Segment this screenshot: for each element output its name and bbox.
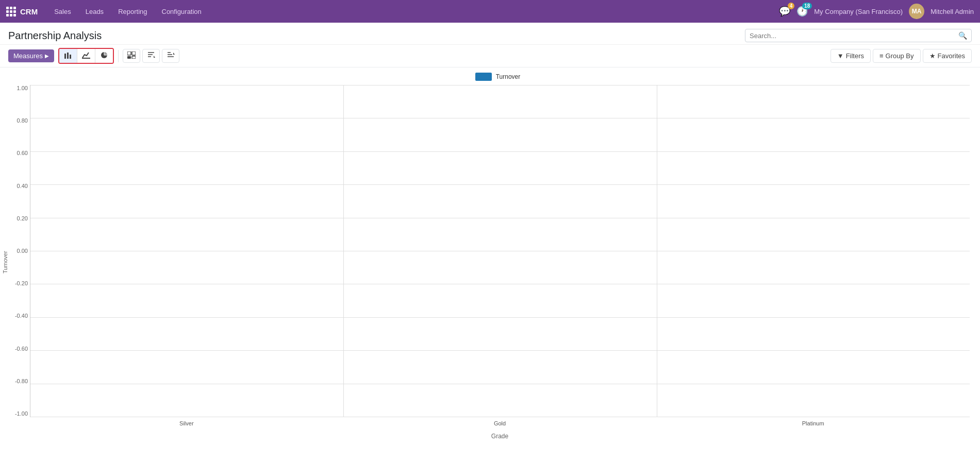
grid-line-7 xyxy=(30,317,970,318)
brand-name: CRM xyxy=(20,7,38,16)
chart-area: Turnover Turnover 1.00 0.80 0.60 0.40 0.… xyxy=(0,67,980,458)
groupby-button[interactable]: ≡ Group By xyxy=(873,49,921,63)
x-tick-gold: Gold xyxy=(343,417,657,438)
svg-rect-1 xyxy=(67,53,69,59)
pivot-icon xyxy=(127,52,136,60)
notify-badge: 18 xyxy=(802,3,812,9)
app-brand[interactable]: CRM xyxy=(6,7,38,16)
x-tick-platinum: Platinum xyxy=(656,417,970,438)
y-tick-8: -0.60 xyxy=(7,346,28,352)
v-divider-2 xyxy=(657,85,657,417)
sort-asc-button[interactable] xyxy=(142,49,160,63)
page-title: Partnership Analysis xyxy=(8,30,102,42)
chart-legend: Turnover xyxy=(0,73,970,81)
navbar-right: 💬 4 🕐 18 My Company (San Francisco) MA M… xyxy=(779,4,974,19)
svg-rect-7 xyxy=(127,52,131,55)
line-chart-button[interactable] xyxy=(77,49,95,63)
grid-line-4 xyxy=(30,218,970,218)
grid-lines xyxy=(30,85,970,417)
svg-rect-10 xyxy=(132,56,136,59)
svg-rect-9 xyxy=(127,56,131,59)
nav-leads[interactable]: Leads xyxy=(79,5,110,19)
sort-desc-icon xyxy=(167,52,175,60)
measures-label: Measures xyxy=(13,52,43,60)
chart-plot: 1.00 0.80 0.60 0.40 0.20 0.00 -0.20 -0.4… xyxy=(30,85,970,417)
nav-reporting[interactable]: Reporting xyxy=(112,5,153,19)
toolbar-separator-1 xyxy=(118,50,119,62)
chart-inner: 1.00 0.80 0.60 0.40 0.20 0.00 -0.20 -0.4… xyxy=(9,85,970,440)
x-axis: Silver Gold Platinum xyxy=(30,417,970,438)
star-icon: ★ xyxy=(929,52,936,60)
y-tick-4: 0.20 xyxy=(7,215,28,221)
sort-asc-icon xyxy=(147,52,155,60)
svg-rect-0 xyxy=(64,54,66,59)
favorites-label: Favorites xyxy=(938,52,965,60)
user-avatar[interactable]: MA xyxy=(909,4,924,19)
nav-configuration[interactable]: Configuration xyxy=(156,5,208,19)
toolbar: Measures ▶ xyxy=(0,45,980,67)
navbar: CRM Sales Leads Reporting Configuration … xyxy=(0,0,980,23)
page-header: Partnership Analysis 🔍 xyxy=(0,23,980,45)
y-tick-2: 0.60 xyxy=(7,150,28,156)
x-tick-silver: Silver xyxy=(30,417,343,438)
nav-sales[interactable]: Sales xyxy=(48,5,77,19)
v-divider-1 xyxy=(343,85,344,417)
chat-badge: 4 xyxy=(788,3,795,9)
legend-label: Turnover xyxy=(496,73,521,80)
search-bar[interactable]: 🔍 xyxy=(745,29,972,42)
chart-wrapper: Turnover 1.00 0.80 0.60 0.40 0.20 0.00 -… xyxy=(0,85,970,440)
grid-line-6 xyxy=(30,284,970,284)
chat-icon-btn[interactable]: 💬 4 xyxy=(779,6,790,17)
y-tick-10: -1.00 xyxy=(7,410,28,417)
line-chart-icon xyxy=(82,52,90,60)
svg-rect-2 xyxy=(70,55,71,59)
filters-label: Filters xyxy=(846,52,864,60)
main-nav: Sales Leads Reporting Configuration xyxy=(48,5,775,19)
favorites-button[interactable]: ★ Favorites xyxy=(923,49,972,63)
filter-icon: ▼ xyxy=(837,52,844,60)
grid-line-3 xyxy=(30,184,970,185)
svg-rect-8 xyxy=(132,52,136,55)
company-name[interactable]: My Company (San Francisco) xyxy=(814,8,903,15)
svg-rect-3 xyxy=(82,58,90,59)
bar-chart-button[interactable] xyxy=(59,49,77,63)
y-tick-1: 0.80 xyxy=(7,117,28,124)
groupby-label: Group By xyxy=(886,52,914,60)
notify-icon-btn[interactable]: 🕐 18 xyxy=(796,6,808,17)
filters-button[interactable]: ▼ Filters xyxy=(830,49,871,63)
grid-line-8 xyxy=(30,350,970,351)
filter-group: ▼ Filters ≡ Group By ★ Favorites xyxy=(830,49,972,63)
pie-chart-icon xyxy=(100,52,108,60)
groupby-icon: ≡ xyxy=(879,52,884,60)
y-tick-0: 1.00 xyxy=(7,85,28,91)
grid-line-9 xyxy=(30,384,970,384)
y-tick-7: -0.40 xyxy=(7,313,28,319)
grid-line-2 xyxy=(30,151,970,152)
chart-type-group xyxy=(58,48,114,64)
user-name[interactable]: Mitchell Admin xyxy=(931,8,974,15)
sort-desc-button[interactable] xyxy=(162,49,179,63)
avatar-initials: MA xyxy=(912,8,922,15)
pivot-button[interactable] xyxy=(123,49,140,63)
y-tick-5: 0.00 xyxy=(7,248,28,254)
measures-button[interactable]: Measures ▶ xyxy=(8,49,54,62)
y-tick-6: -0.20 xyxy=(7,280,28,286)
bar-chart-icon xyxy=(64,52,72,60)
legend-color-swatch xyxy=(475,73,492,81)
app-grid-icon[interactable] xyxy=(6,7,16,16)
y-tick-9: -0.80 xyxy=(7,378,28,384)
y-tick-3: 0.40 xyxy=(7,183,28,189)
grid-line-1 xyxy=(30,118,970,118)
grid-line-5 xyxy=(30,251,970,251)
pie-chart-button[interactable] xyxy=(95,49,113,63)
measures-arrow-icon: ▶ xyxy=(45,53,49,59)
search-icon[interactable]: 🔍 xyxy=(958,31,967,40)
grid-line-0 xyxy=(30,85,970,85)
search-input[interactable] xyxy=(750,32,958,40)
y-ticks: 1.00 0.80 0.60 0.40 0.20 0.00 -0.20 -0.4… xyxy=(7,85,28,417)
